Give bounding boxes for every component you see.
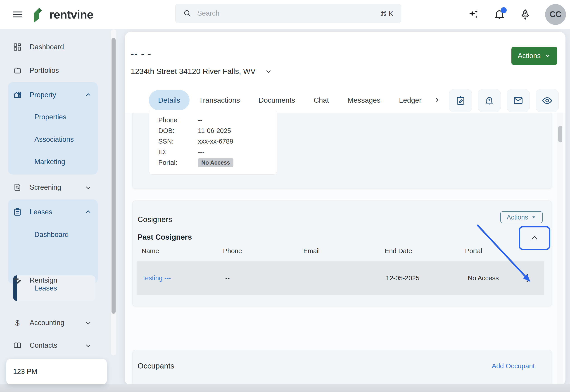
- field-label: SSN:: [158, 138, 198, 145]
- tab-ledger[interactable]: Ledger: [390, 90, 431, 110]
- sidebar-item-accounting[interactable]: $ Accounting: [13, 316, 98, 330]
- clock-widget: 123 PM: [6, 359, 107, 384]
- tab-chat[interactable]: Chat: [304, 90, 338, 110]
- add-reminder-button[interactable]: [478, 89, 501, 112]
- field-value: ---: [198, 148, 204, 156]
- sidebar-item-associations[interactable]: Associations: [34, 133, 74, 146]
- column-header-end-date: End Date: [385, 247, 412, 255]
- edit-note-button[interactable]: [449, 89, 472, 112]
- sidebar-item-label: Contacts: [30, 341, 57, 350]
- sidebar-item-leases-dashboard[interactable]: Dashboard: [34, 228, 69, 241]
- logo-wordmark: rentvine: [49, 8, 93, 21]
- property-address-selector[interactable]: 1234th Street 34120 River Falls, WV: [131, 67, 272, 76]
- sidebar-item-contacts[interactable]: Contacts: [13, 339, 98, 352]
- menu-icon[interactable]: [13, 10, 22, 19]
- watch-button[interactable]: [536, 89, 559, 112]
- tabs-overflow-chevron-icon[interactable]: [434, 97, 441, 104]
- ai-sparkles-icon[interactable]: [468, 9, 480, 20]
- sidebar-item-label: Accounting: [30, 319, 64, 327]
- sidebar-item-label: Portfolios: [30, 67, 59, 75]
- section-title: Occupants: [138, 362, 174, 370]
- field-value: 11-06-2025: [198, 127, 231, 135]
- content-scrollbar-track[interactable]: [557, 113, 563, 385]
- chevron-down-icon: [544, 53, 551, 59]
- sidebar-item-portfolios[interactable]: Portfolios: [13, 64, 98, 77]
- dashboard-grid-icon: [13, 43, 22, 51]
- add-occupant-link[interactable]: Add Occupant: [492, 362, 535, 370]
- detail-row-portal: Portal: No Access: [158, 157, 277, 168]
- rentvine-logo-icon: [32, 6, 46, 23]
- chevron-up-icon: [84, 91, 92, 99]
- sidebar-item-label: Dashboard: [30, 43, 64, 51]
- status-badge: No Access: [198, 158, 233, 167]
- bell-plus-icon: [484, 96, 494, 106]
- lease-clipboard-icon: [13, 208, 22, 216]
- folder-icon: [13, 66, 22, 75]
- content-scrollbar-thumb[interactable]: [558, 126, 562, 142]
- field-label: ID:: [158, 148, 198, 156]
- send-email-button[interactable]: [507, 89, 530, 112]
- chevron-down-icon: [84, 342, 92, 349]
- cosigner-phone: --: [225, 274, 229, 282]
- chevron-down-icon: [84, 183, 92, 191]
- app-logo[interactable]: rentvine: [32, 5, 93, 24]
- search-input[interactable]: [197, 9, 374, 17]
- property-address: 1234th Street 34120 River Falls, WV: [131, 67, 256, 76]
- lease-content-scroll-area: Phone: -- DOB: 11-06-2025 SSN: xxx-xx-67…: [125, 113, 566, 385]
- sidebar-item-dashboard[interactable]: Dashboard: [13, 40, 98, 54]
- section-title: Cosigners: [138, 215, 172, 224]
- rocket-icon[interactable]: [519, 9, 531, 20]
- tab-documents[interactable]: Documents: [249, 90, 304, 110]
- clock-time: 123 PM: [13, 368, 37, 376]
- detail-row-ssn: SSN: xxx-xx-6789: [158, 136, 277, 147]
- tab-transactions[interactable]: Transactions: [189, 90, 249, 110]
- field-label: DOB:: [158, 127, 198, 135]
- sidebar-item-label: Screening: [30, 183, 61, 192]
- collapse-section-button[interactable]: [519, 226, 550, 250]
- column-header-email: Email: [303, 247, 320, 255]
- field-label: Portal:: [158, 159, 198, 166]
- sidebar-item-rentsign[interactable]: Rentsign: [13, 274, 98, 287]
- chevron-down-icon: [84, 319, 92, 327]
- sidebar-item-properties[interactable]: Properties: [34, 110, 66, 124]
- column-header-name: Name: [142, 247, 159, 255]
- global-search[interactable]: ⌘ K: [175, 4, 401, 23]
- rentsign-signature-icon: [13, 276, 22, 285]
- column-header-portal: Portal: [465, 247, 482, 255]
- sidebar: Dashboard Portfolios Property Properties…: [0, 29, 124, 384]
- past-cosigners-heading: Past Cosigners: [138, 233, 192, 241]
- tab-details[interactable]: Details: [149, 90, 189, 110]
- sidebar-item-label: Leases: [30, 208, 52, 216]
- column-header-phone: Phone: [223, 247, 242, 255]
- search-shortcut-hint: ⌘ K: [380, 10, 393, 17]
- table-row-cosigner[interactable]: testing --- -- 12-05-2025 No Access: [137, 261, 544, 295]
- sidebar-item-label: Property: [30, 91, 56, 99]
- sidebar-item-leases[interactable]: Leases: [13, 205, 98, 219]
- sidebar-scrollbar-thumb[interactable]: [112, 38, 115, 314]
- tenant-info-card: Phone: -- DOB: 11-06-2025 SSN: xxx-xx-67…: [149, 111, 277, 175]
- sidebar-item-property[interactable]: Property: [13, 88, 98, 102]
- caret-down-icon: [531, 215, 536, 220]
- cosigner-portal-status: No Access: [468, 274, 499, 282]
- row-kebab-menu-icon[interactable]: [522, 270, 533, 286]
- detail-row-phone: Phone: --: [158, 115, 277, 126]
- cosigner-name-link[interactable]: testing ---: [143, 274, 171, 282]
- dollar-icon: $: [13, 319, 22, 327]
- notifications-bell-icon[interactable]: [494, 9, 505, 20]
- lease-actions-button[interactable]: Actions: [512, 47, 557, 65]
- sidebar-item-label: Rentsign: [30, 276, 57, 284]
- sidebar-item-screening[interactable]: Screening: [13, 181, 98, 194]
- notification-badge-dot: [501, 7, 507, 13]
- occupants-section: Occupants Add Occupant Name Date of Birt…: [132, 350, 552, 385]
- cosigner-end-date: 12-05-2025: [386, 274, 419, 282]
- chevron-up-icon: [84, 208, 92, 216]
- page-title: -- - -: [131, 48, 151, 59]
- cosigners-actions-button[interactable]: Actions: [500, 211, 543, 223]
- sidebar-scrollbar-track[interactable]: [111, 29, 116, 355]
- chevron-down-icon: [265, 68, 272, 75]
- lease-tabs: Details Transactions Documents Chat Mess…: [149, 90, 441, 110]
- sidebar-item-marketing[interactable]: Marketing: [34, 155, 65, 169]
- clipboard-pen-icon: [456, 96, 466, 106]
- tab-messages[interactable]: Messages: [338, 90, 390, 110]
- avatar[interactable]: CC: [545, 4, 566, 25]
